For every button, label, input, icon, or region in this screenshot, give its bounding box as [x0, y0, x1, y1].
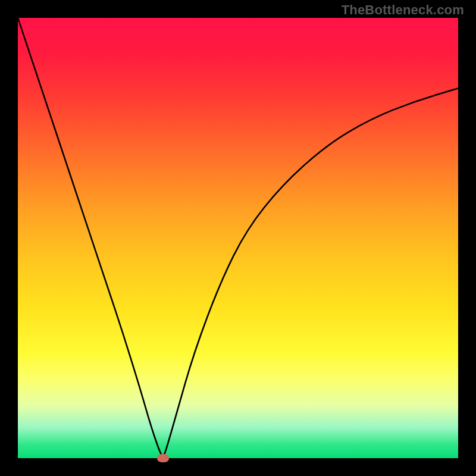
curve-layer [18, 18, 458, 458]
nadir-marker [157, 454, 169, 462]
watermark-text: TheBottleneck.com [342, 2, 464, 18]
plot-area [18, 18, 458, 458]
bottleneck-curve [18, 18, 458, 456]
chart-frame: TheBottleneck.com [0, 0, 476, 476]
